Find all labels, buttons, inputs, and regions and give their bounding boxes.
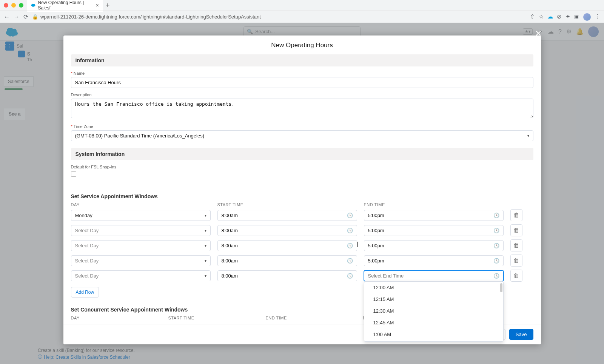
start-time-input[interactable]: 🕓: [217, 255, 357, 266]
appointment-columns: DAY START TIME END TIME: [71, 202, 533, 207]
name-input[interactable]: [71, 77, 533, 88]
trash-icon: 🗑: [513, 242, 519, 249]
day-value: Select Day: [75, 273, 99, 279]
start-time-input[interactable]: 🕓: [217, 225, 357, 236]
address-bar: ← → ⟳ 🔒 wparnell-211201-26-demo.lightnin…: [0, 11, 604, 23]
trash-icon: 🗑: [513, 212, 519, 219]
col-end-time: END TIME: [364, 202, 504, 207]
description-input[interactable]: [71, 99, 533, 118]
nav-back-icon[interactable]: ←: [4, 14, 10, 20]
appointment-row: Select Day🕓🕓🗑: [71, 254, 533, 267]
delete-row-button[interactable]: 🗑: [510, 209, 522, 221]
url-field[interactable]: 🔒 wparnell-211201-26-demo.lightning.forc…: [32, 14, 526, 20]
delete-row-button[interactable]: 🗑: [510, 270, 522, 282]
start-time-value[interactable]: [222, 213, 347, 218]
start-time-input[interactable]: 🕓: [217, 270, 357, 281]
start-time-value[interactable]: [222, 273, 347, 279]
day-value: Select Day: [75, 228, 99, 233]
start-time-value[interactable]: [222, 258, 347, 264]
timezone-value: (GMT-08:00) Pacific Standard Time (Ameri…: [75, 133, 204, 139]
section-system-info: System Information: [71, 148, 533, 160]
panel-icon[interactable]: ▣: [574, 13, 579, 21]
tab-close-icon[interactable]: ×: [96, 2, 99, 8]
section-appointment-windows: Set Service Appointment Windows: [71, 193, 533, 199]
clock-icon: 🕓: [347, 213, 353, 218]
profile-avatar-icon[interactable]: [583, 13, 591, 21]
time-option[interactable]: 1:15 AM: [364, 340, 503, 342]
default-fsl-label: Default for FSL Snap-Ins: [71, 165, 533, 169]
appointment-row: Select Day🕓🕓🗑: [71, 239, 533, 251]
tab-title: New Operating Hours | Salesf: [38, 0, 91, 11]
window-minimize-icon[interactable]: [11, 3, 16, 8]
share-icon[interactable]: ⇧: [530, 13, 535, 21]
day-select[interactable]: Select Day: [71, 225, 211, 236]
col-day: DAY: [71, 202, 211, 207]
day-select[interactable]: Select Day: [71, 270, 211, 281]
name-label: Name: [71, 71, 533, 76]
end-time-value[interactable]: [368, 228, 493, 233]
modal-close-icon[interactable]: ✕: [535, 29, 542, 39]
stop-icon[interactable]: ⊘: [557, 13, 562, 21]
clock-icon: 🕓: [493, 258, 499, 264]
delete-row-button[interactable]: 🗑: [510, 224, 522, 236]
end-time-value[interactable]: [368, 273, 493, 279]
menu-icon[interactable]: ⋮: [595, 13, 600, 21]
text-cursor-icon: [357, 242, 358, 247]
lock-icon: 🔒: [32, 14, 38, 20]
window-maximize-icon[interactable]: [19, 3, 23, 8]
timezone-select[interactable]: (GMT-08:00) Pacific Standard Time (Ameri…: [71, 130, 533, 141]
start-time-value[interactable]: [222, 228, 347, 233]
trash-icon: 🗑: [513, 227, 519, 234]
delete-row-button[interactable]: 🗑: [510, 239, 522, 251]
end-time-value[interactable]: [368, 213, 493, 218]
trash-icon: 🗑: [513, 272, 519, 279]
delete-row-button[interactable]: 🗑: [510, 254, 522, 267]
time-option[interactable]: 12:30 AM: [364, 305, 503, 317]
day-select[interactable]: Select Day: [71, 255, 211, 266]
col2-day: DAY: [71, 316, 162, 320]
start-time-input[interactable]: 🕓: [217, 240, 357, 251]
start-time-input[interactable]: 🕓: [217, 210, 357, 221]
url-text: wparnell-211201-26-demo.lightning.force.…: [40, 14, 261, 20]
window-close-icon[interactable]: [4, 3, 8, 8]
end-time-input[interactable]: 🕓: [364, 270, 504, 281]
appointment-row: Select Day🕓🕓🗑: [71, 224, 533, 236]
day-select[interactable]: Monday: [71, 210, 211, 221]
nav-reload-icon[interactable]: ⟳: [23, 13, 28, 20]
clock-icon: 🕓: [347, 243, 353, 248]
end-time-input[interactable]: 🕓: [364, 255, 504, 266]
end-time-dropdown[interactable]: 12:00 AM12:15 AM12:30 AM12:45 AM1:00 AM1…: [364, 281, 504, 342]
dropdown-scrollbar[interactable]: [500, 283, 502, 340]
end-time-input[interactable]: 🕓: [364, 210, 504, 221]
description-label: Description: [71, 93, 533, 97]
nav-forward-icon[interactable]: →: [14, 14, 20, 20]
time-option[interactable]: 1:00 AM: [364, 329, 503, 340]
end-time-input[interactable]: 🕓: [364, 225, 504, 236]
appointment-row: Select Day🕓🕓🗑: [71, 270, 533, 282]
end-time-value[interactable]: [368, 243, 493, 248]
new-tab-button[interactable]: +: [106, 2, 110, 9]
save-button[interactable]: Save: [509, 329, 533, 340]
ext-puzzle-icon[interactable]: ✦: [565, 13, 570, 21]
end-time-value[interactable]: [368, 258, 493, 264]
col-start-time: START TIME: [217, 202, 357, 207]
default-fsl-checkbox[interactable]: [71, 171, 76, 177]
clock-icon: 🕓: [347, 228, 353, 233]
day-value: Select Day: [75, 243, 99, 248]
window-controls: [4, 3, 23, 8]
day-select[interactable]: Select Day: [71, 240, 211, 251]
end-time-input[interactable]: 🕓: [364, 240, 504, 251]
browser-extensions: ⇧ ☆ ☁ ⊘ ✦ ▣ ⋮: [530, 13, 600, 21]
salesforce-favicon-icon: [31, 3, 35, 8]
star-icon[interactable]: ☆: [539, 13, 544, 21]
browser-chrome: New Operating Hours | Salesf × + ← → ⟳ 🔒…: [0, 0, 604, 23]
clock-icon: 🕓: [493, 243, 499, 248]
clock-icon: 🕓: [347, 273, 353, 279]
section-information: Information: [71, 54, 533, 66]
time-option[interactable]: 12:00 AM: [364, 282, 503, 293]
add-row-button[interactable]: Add Row: [71, 287, 99, 298]
time-option[interactable]: 12:15 AM: [364, 293, 503, 305]
time-option[interactable]: 12:45 AM: [364, 317, 503, 329]
start-time-value[interactable]: [222, 243, 347, 248]
cloud-icon[interactable]: ☁: [547, 13, 553, 21]
